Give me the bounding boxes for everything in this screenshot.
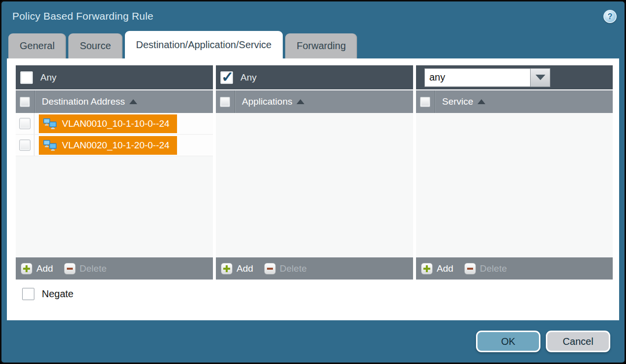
- header-divider: [235, 90, 235, 113]
- add-icon[interactable]: [221, 263, 233, 275]
- help-icon[interactable]: [603, 10, 617, 23]
- applications-any-checkbox[interactable]: [220, 71, 233, 84]
- destination-any-label: Any: [40, 72, 57, 83]
- destination-address-header[interactable]: Destination Address: [16, 90, 213, 113]
- applications-actions-bar: Add Delete: [216, 257, 413, 280]
- delete-icon[interactable]: [64, 263, 76, 275]
- add-icon[interactable]: [21, 263, 32, 275]
- negate-checkbox[interactable]: [22, 288, 34, 300]
- applications-any-bar: Any: [216, 65, 413, 89]
- applications-header-label: Applications: [242, 96, 292, 107]
- sort-asc-icon[interactable]: [129, 99, 137, 104]
- tab-destination-application-service[interactable]: Destination/Application/Service: [125, 31, 283, 58]
- delete-icon[interactable]: [464, 263, 476, 275]
- negate-row: Negate: [22, 288, 619, 300]
- delete-icon[interactable]: [264, 263, 276, 275]
- title-bar: Policy Based Forwarding Rule: [1, 1, 625, 31]
- tab-bar: General Source Destination/Application/S…: [1, 31, 625, 58]
- delete-button: Delete: [480, 263, 507, 274]
- destination-address-column: Any Destination Address: [16, 65, 213, 280]
- row-check-cell: [16, 113, 34, 134]
- cancel-button[interactable]: Cancel: [546, 331, 610, 352]
- applications-list: [216, 113, 413, 257]
- row-check-cell: [16, 135, 34, 156]
- destination-select-all-checkbox[interactable]: [20, 97, 30, 107]
- columns-container: Any Destination Address: [16, 65, 619, 280]
- page-title: Policy Based Forwarding Rule: [12, 10, 153, 22]
- tab-general[interactable]: General: [8, 33, 66, 58]
- service-dropdown-value[interactable]: any: [424, 68, 531, 87]
- destination-address-header-label: Destination Address: [42, 96, 125, 107]
- ok-button[interactable]: OK: [476, 331, 540, 352]
- applications-header[interactable]: Applications: [216, 90, 413, 113]
- service-column: any Service: [416, 65, 613, 280]
- dialog-footer: OK Cancel: [1, 320, 625, 363]
- chevron-down-icon: [536, 75, 545, 80]
- applications-any-label: Any: [240, 72, 257, 83]
- service-dropdown[interactable]: any: [424, 68, 550, 87]
- address-item-label: VLAN0020_10-1-20-0--24: [62, 140, 170, 151]
- row-checkbox[interactable]: [19, 118, 30, 129]
- delete-button: Delete: [280, 263, 307, 274]
- screenshot-frame: Policy Based Forwarding Rule General Sou…: [0, 0, 626, 364]
- destination-actions-bar: Add Delete: [16, 257, 213, 280]
- network-icon: [43, 118, 57, 129]
- table-row: VLAN0010_10-1-10-0--24: [16, 113, 213, 135]
- policy-based-forwarding-dialog: Policy Based Forwarding Rule General Sou…: [1, 1, 625, 363]
- service-list: [416, 113, 613, 257]
- negate-label: Negate: [42, 288, 74, 300]
- table-row: VLAN0020_10-1-20-0--24: [16, 135, 213, 156]
- destination-address-list: VLAN0010_10-1-10-0--24: [16, 113, 213, 257]
- delete-button: Delete: [80, 263, 107, 274]
- tab-source[interactable]: Source: [68, 33, 122, 58]
- add-button[interactable]: Add: [237, 263, 253, 274]
- service-header[interactable]: Service: [416, 90, 613, 113]
- address-item-vlan0010[interactable]: VLAN0010_10-1-10-0--24: [39, 114, 177, 133]
- applications-column: Any Applications Add Delete: [216, 65, 413, 280]
- sort-asc-icon[interactable]: [297, 99, 304, 104]
- service-actions-bar: Add Delete: [416, 257, 613, 280]
- sort-asc-icon[interactable]: [477, 99, 485, 104]
- applications-select-all-checkbox[interactable]: [220, 97, 230, 107]
- service-dropdown-bar: any: [416, 65, 613, 89]
- service-select-all-checkbox[interactable]: [420, 97, 430, 107]
- address-item-label: VLAN0010_10-1-10-0--24: [62, 118, 170, 129]
- service-header-label: Service: [442, 96, 473, 107]
- destination-any-bar: Any: [16, 65, 213, 89]
- network-icon: [43, 140, 57, 151]
- row-checkbox[interactable]: [19, 140, 30, 151]
- header-divider: [435, 90, 435, 113]
- service-dropdown-button[interactable]: [531, 68, 550, 87]
- address-item-vlan0020[interactable]: VLAN0020_10-1-20-0--24: [39, 136, 177, 155]
- destination-any-checkbox[interactable]: [20, 71, 33, 84]
- tab-content-panel: Any Destination Address: [7, 58, 619, 320]
- header-divider: [34, 90, 35, 113]
- add-icon[interactable]: [421, 263, 433, 275]
- add-button[interactable]: Add: [437, 263, 453, 274]
- tab-forwarding[interactable]: Forwarding: [285, 33, 357, 58]
- add-button[interactable]: Add: [36, 263, 53, 274]
